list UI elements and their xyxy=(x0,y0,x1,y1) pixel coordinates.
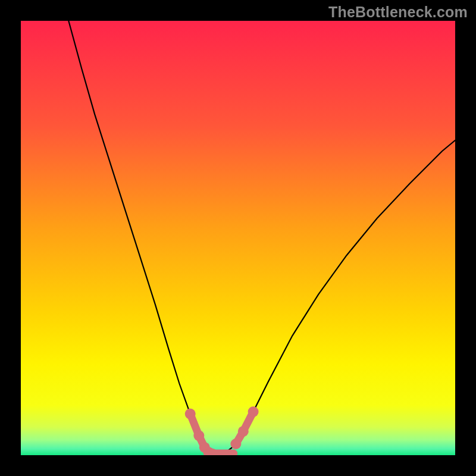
chart-plot-area xyxy=(21,21,455,455)
chart-svg xyxy=(21,21,455,455)
watermark-text: TheBottleneck.com xyxy=(328,4,468,21)
chart-frame: TheBottleneck.com xyxy=(0,0,476,476)
curve-marker xyxy=(248,406,259,417)
